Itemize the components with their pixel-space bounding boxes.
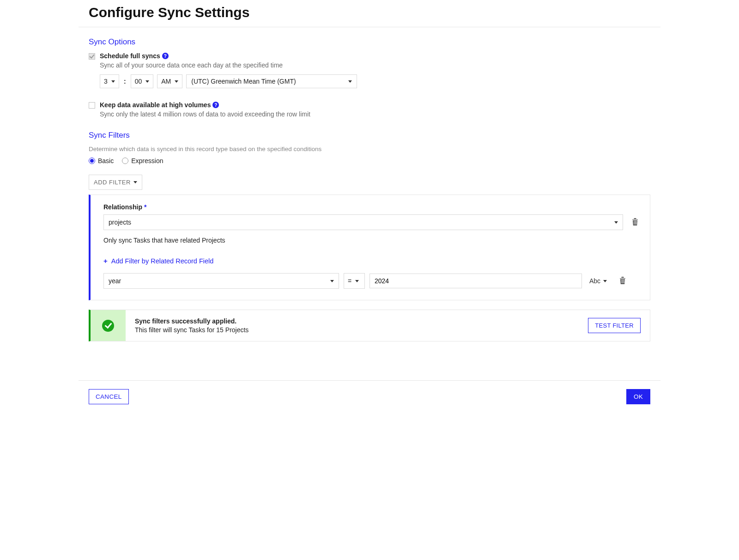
relationship-label: Relationship bbox=[103, 203, 142, 211]
filter-card: Relationship * projects Only sync Tasks … bbox=[89, 195, 650, 300]
add-related-label: Add Filter by Related Record Field bbox=[111, 257, 214, 265]
schedule-label: Schedule full syncs bbox=[100, 52, 160, 60]
chevron-down-icon bbox=[348, 80, 352, 83]
operator-value: = bbox=[348, 277, 351, 285]
chevron-down-icon bbox=[355, 280, 359, 282]
high-volume-checkbox[interactable] bbox=[89, 102, 95, 109]
filter-explain: Only sync Tasks that have related Projec… bbox=[103, 237, 639, 244]
relationship-value: projects bbox=[109, 219, 131, 226]
help-icon[interactable]: ? bbox=[162, 53, 169, 59]
chevron-down-icon bbox=[111, 80, 115, 83]
schedule-full-syncs-checkbox[interactable] bbox=[89, 53, 95, 60]
schedule-desc: Sync all of your source data once each d… bbox=[100, 61, 283, 69]
add-filter-label: ADD FILTER bbox=[94, 179, 131, 186]
radio-basic-label: Basic bbox=[98, 157, 114, 164]
required-star: * bbox=[144, 203, 146, 211]
plus-icon: + bbox=[103, 257, 108, 265]
time-colon: : bbox=[123, 78, 127, 85]
hour-select[interactable]: 3 bbox=[100, 74, 119, 88]
success-icon-box bbox=[91, 310, 126, 341]
chevron-down-icon bbox=[603, 280, 607, 282]
radio-basic[interactable]: Basic bbox=[89, 157, 114, 164]
chevron-down-icon bbox=[614, 221, 618, 224]
ok-button[interactable]: OK bbox=[626, 389, 650, 404]
field-value: year bbox=[109, 277, 121, 285]
high-volume-label: Keep data available at high volumes bbox=[100, 101, 211, 109]
sync-options-heading: Sync Options bbox=[89, 37, 650, 47]
operator-select[interactable]: = bbox=[344, 273, 365, 289]
field-select[interactable]: year bbox=[103, 273, 339, 289]
radio-expression-label: Expression bbox=[131, 157, 163, 164]
page-title: Configure Sync Settings bbox=[89, 5, 650, 20]
check-icon bbox=[102, 320, 114, 332]
add-related-filter-link[interactable]: + Add Filter by Related Record Field bbox=[103, 257, 213, 265]
chevron-down-icon bbox=[145, 80, 149, 83]
radio-expression[interactable]: Expression bbox=[122, 157, 163, 164]
minute-value: 00 bbox=[135, 78, 142, 85]
ampm-select[interactable]: AM bbox=[157, 74, 182, 88]
chevron-down-icon bbox=[175, 80, 178, 83]
trash-icon[interactable] bbox=[631, 218, 639, 227]
timezone-select[interactable]: (UTC) Greenwich Mean Time (GMT) bbox=[186, 74, 357, 88]
sync-filters-heading: Sync Filters bbox=[89, 131, 650, 140]
hour-value: 3 bbox=[104, 78, 108, 85]
success-sub: This filter will sync Tasks for 15 Proje… bbox=[135, 326, 579, 334]
minute-select[interactable]: 00 bbox=[131, 74, 154, 88]
trash-icon[interactable] bbox=[619, 276, 626, 286]
chevron-down-icon bbox=[133, 181, 137, 183]
high-volume-desc: Sync only the latest 4 million rows of d… bbox=[100, 110, 310, 118]
add-filter-button[interactable]: ADD FILTER bbox=[89, 175, 142, 190]
ampm-value: AM bbox=[161, 78, 171, 85]
test-filter-button[interactable]: TEST FILTER bbox=[588, 318, 641, 333]
abc-toggle[interactable]: Abc bbox=[589, 277, 607, 285]
abc-label: Abc bbox=[589, 277, 600, 285]
sync-filters-desc: Determine which data is synced in this r… bbox=[89, 146, 650, 152]
timezone-value: (UTC) Greenwich Mean Time (GMT) bbox=[191, 78, 296, 85]
success-banner: Sync filters successfully applied. This … bbox=[89, 310, 650, 341]
cancel-button[interactable]: CANCEL bbox=[89, 389, 129, 404]
help-icon[interactable]: ? bbox=[212, 102, 219, 108]
relationship-select[interactable]: projects bbox=[103, 214, 623, 230]
success-title: Sync filters successfully applied. bbox=[135, 317, 579, 325]
value-input[interactable] bbox=[370, 274, 582, 288]
chevron-down-icon bbox=[330, 280, 334, 282]
